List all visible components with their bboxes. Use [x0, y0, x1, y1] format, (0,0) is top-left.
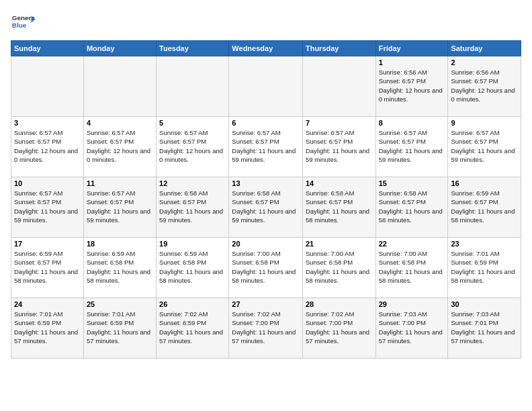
day-sun-info: Sunrise: 7:00 AMSunset: 6:58 PMDaylight:…: [379, 249, 445, 285]
day-sun-info: Sunrise: 7:01 AMSunset: 6:59 PMDaylight:…: [87, 310, 153, 345]
day-of-week-header: Monday: [83, 41, 156, 56]
day-number: 6: [232, 119, 300, 127]
calendar-day-cell: [157, 56, 229, 117]
calendar-week-row: 3Sunrise: 6:57 AMSunset: 6:57 PMDaylight…: [11, 117, 521, 177]
calendar-day-cell: [229, 56, 303, 117]
calendar-day-cell: 13Sunrise: 6:58 AMSunset: 6:57 PMDayligh…: [229, 177, 303, 238]
day-sun-info: Sunrise: 7:01 AMSunset: 6:59 PMDaylight:…: [14, 310, 81, 345]
calendar-week-row: 1Sunrise: 6:56 AMSunset: 6:57 PMDaylight…: [11, 56, 521, 117]
day-of-week-header: Thursday: [302, 41, 375, 56]
day-sun-info: Sunrise: 7:03 AMSunset: 7:01 PMDaylight:…: [451, 310, 518, 345]
day-of-week-header: Wednesday: [229, 41, 303, 56]
day-number: 13: [232, 179, 300, 187]
calendar-day-cell: 10Sunrise: 6:57 AMSunset: 6:57 PMDayligh…: [11, 177, 84, 238]
calendar-day-cell: 5Sunrise: 6:57 AMSunset: 6:57 PMDaylight…: [157, 117, 229, 177]
day-sun-info: Sunrise: 6:57 AMSunset: 6:57 PMDaylight:…: [306, 128, 373, 164]
day-number: 4: [87, 119, 153, 127]
day-sun-info: Sunrise: 6:57 AMSunset: 6:57 PMDaylight:…: [451, 128, 518, 164]
calendar-day-cell: 2Sunrise: 6:56 AMSunset: 6:57 PMDaylight…: [448, 56, 521, 117]
day-number: 26: [159, 300, 226, 308]
day-number: 5: [159, 119, 226, 127]
calendar-table: SundayMondayTuesdayWednesdayThursdayFrid…: [11, 40, 521, 359]
day-sun-info: Sunrise: 7:00 AMSunset: 6:58 PMDaylight:…: [306, 249, 373, 285]
day-number: 3: [14, 119, 81, 127]
calendar-day-cell: 7Sunrise: 6:57 AMSunset: 6:57 PMDaylight…: [302, 117, 375, 177]
day-sun-info: Sunrise: 7:03 AMSunset: 7:00 PMDaylight:…: [379, 310, 445, 345]
day-sun-info: Sunrise: 7:02 AMSunset: 6:59 PMDaylight:…: [159, 310, 226, 345]
page-header: General Blue: [11, 11, 521, 35]
calendar-day-cell: [11, 56, 84, 117]
day-sun-info: Sunrise: 6:59 AMSunset: 6:58 PMDaylight:…: [159, 249, 226, 285]
day-sun-info: Sunrise: 7:02 AMSunset: 7:00 PMDaylight:…: [232, 310, 300, 345]
day-sun-info: Sunrise: 6:58 AMSunset: 6:57 PMDaylight:…: [379, 189, 445, 224]
day-number: 10: [14, 179, 81, 187]
day-sun-info: Sunrise: 7:02 AMSunset: 7:00 PMDaylight:…: [306, 310, 373, 345]
day-sun-info: Sunrise: 6:58 AMSunset: 6:57 PMDaylight:…: [232, 189, 300, 224]
logo: General Blue: [11, 11, 35, 35]
calendar-day-cell: 4Sunrise: 6:57 AMSunset: 6:57 PMDaylight…: [83, 117, 156, 177]
calendar-day-cell: 18Sunrise: 6:59 AMSunset: 6:58 PMDayligh…: [83, 238, 156, 298]
calendar-day-cell: 27Sunrise: 7:02 AMSunset: 7:00 PMDayligh…: [229, 298, 303, 359]
day-sun-info: Sunrise: 6:57 AMSunset: 6:57 PMDaylight:…: [14, 128, 81, 164]
day-number: 28: [306, 300, 373, 308]
day-number: 27: [232, 300, 300, 308]
calendar-day-cell: 30Sunrise: 7:03 AMSunset: 7:01 PMDayligh…: [448, 298, 521, 359]
calendar-week-row: 17Sunrise: 6:59 AMSunset: 6:57 PMDayligh…: [11, 238, 521, 298]
day-number: 21: [306, 240, 373, 248]
day-number: 9: [451, 119, 518, 127]
calendar-day-cell: 17Sunrise: 6:59 AMSunset: 6:57 PMDayligh…: [11, 238, 84, 298]
day-of-week-header: Tuesday: [157, 41, 229, 56]
calendar-day-cell: 11Sunrise: 6:57 AMSunset: 6:57 PMDayligh…: [83, 177, 156, 238]
day-sun-info: Sunrise: 7:00 AMSunset: 6:58 PMDaylight:…: [232, 249, 300, 285]
day-sun-info: Sunrise: 6:57 AMSunset: 6:57 PMDaylight:…: [232, 128, 300, 164]
day-number: 12: [159, 179, 226, 187]
svg-text:Blue: Blue: [12, 21, 27, 29]
day-number: 18: [87, 240, 153, 248]
calendar-day-cell: 19Sunrise: 6:59 AMSunset: 6:58 PMDayligh…: [157, 238, 229, 298]
calendar-day-cell: [302, 56, 375, 117]
day-sun-info: Sunrise: 6:57 AMSunset: 6:57 PMDaylight:…: [159, 128, 226, 164]
calendar-day-cell: 21Sunrise: 7:00 AMSunset: 6:58 PMDayligh…: [302, 238, 375, 298]
calendar-day-cell: 3Sunrise: 6:57 AMSunset: 6:57 PMDaylight…: [11, 117, 84, 177]
calendar-day-cell: 9Sunrise: 6:57 AMSunset: 6:57 PMDaylight…: [448, 117, 521, 177]
day-number: 25: [87, 300, 153, 308]
calendar-day-cell: 28Sunrise: 7:02 AMSunset: 7:00 PMDayligh…: [302, 298, 375, 359]
day-number: 22: [379, 240, 445, 248]
day-number: 1: [379, 58, 445, 66]
day-sun-info: Sunrise: 6:58 AMSunset: 6:57 PMDaylight:…: [306, 189, 373, 224]
day-number: 30: [451, 300, 518, 308]
calendar-day-cell: 12Sunrise: 6:58 AMSunset: 6:57 PMDayligh…: [157, 177, 229, 238]
day-sun-info: Sunrise: 6:57 AMSunset: 6:57 PMDaylight:…: [87, 128, 153, 164]
day-sun-info: Sunrise: 6:57 AMSunset: 6:57 PMDaylight:…: [14, 189, 81, 224]
day-number: 17: [14, 240, 81, 248]
calendar-day-cell: 15Sunrise: 6:58 AMSunset: 6:57 PMDayligh…: [375, 177, 448, 238]
calendar-day-cell: 26Sunrise: 7:02 AMSunset: 6:59 PMDayligh…: [157, 298, 229, 359]
day-sun-info: Sunrise: 6:59 AMSunset: 6:57 PMDaylight:…: [451, 189, 518, 224]
calendar-day-cell: 14Sunrise: 6:58 AMSunset: 6:57 PMDayligh…: [302, 177, 375, 238]
day-sun-info: Sunrise: 6:57 AMSunset: 6:57 PMDaylight:…: [87, 189, 153, 224]
day-sun-info: Sunrise: 6:57 AMSunset: 6:57 PMDaylight:…: [379, 128, 445, 164]
day-sun-info: Sunrise: 6:56 AMSunset: 6:57 PMDaylight:…: [451, 68, 518, 103]
calendar-week-row: 24Sunrise: 7:01 AMSunset: 6:59 PMDayligh…: [11, 298, 521, 359]
day-number: 24: [14, 300, 81, 308]
day-of-week-header: Sunday: [11, 41, 84, 56]
calendar-header-row: SundayMondayTuesdayWednesdayThursdayFrid…: [11, 41, 521, 56]
day-number: 19: [159, 240, 226, 248]
day-sun-info: Sunrise: 6:59 AMSunset: 6:58 PMDaylight:…: [87, 249, 153, 285]
day-sun-info: Sunrise: 6:56 AMSunset: 6:57 PMDaylight:…: [379, 68, 445, 103]
day-of-week-header: Friday: [375, 41, 448, 56]
generalblue-icon: General Blue: [11, 11, 35, 35]
calendar-day-cell: 6Sunrise: 6:57 AMSunset: 6:57 PMDaylight…: [229, 117, 303, 177]
calendar-day-cell: 23Sunrise: 7:01 AMSunset: 6:59 PMDayligh…: [448, 238, 521, 298]
day-number: 2: [451, 58, 518, 66]
day-number: 23: [451, 240, 518, 248]
day-number: 20: [232, 240, 300, 248]
day-of-week-header: Saturday: [448, 41, 521, 56]
day-number: 14: [306, 179, 373, 187]
day-sun-info: Sunrise: 6:59 AMSunset: 6:57 PMDaylight:…: [14, 249, 81, 285]
day-number: 7: [306, 119, 373, 127]
calendar-day-cell: 25Sunrise: 7:01 AMSunset: 6:59 PMDayligh…: [83, 298, 156, 359]
day-sun-info: Sunrise: 7:01 AMSunset: 6:59 PMDaylight:…: [451, 249, 518, 285]
calendar-day-cell: 29Sunrise: 7:03 AMSunset: 7:00 PMDayligh…: [375, 298, 448, 359]
day-number: 11: [87, 179, 153, 187]
